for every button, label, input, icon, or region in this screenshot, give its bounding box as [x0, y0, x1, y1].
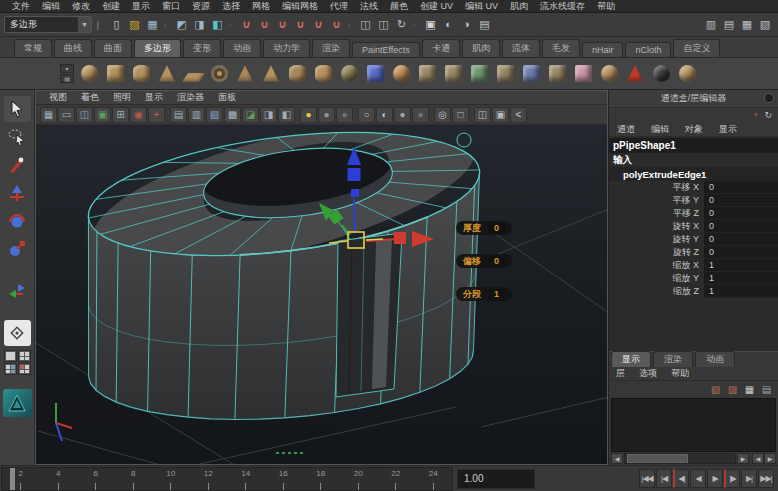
hud-offset[interactable]: 偏移 0	[456, 254, 512, 268]
menu-item[interactable]: 文件	[6, 0, 36, 13]
dark-sphere-icon[interactable]	[648, 61, 674, 87]
lasso-tool[interactable]	[4, 124, 31, 150]
go-to-end-button[interactable]: ▶▶|	[758, 469, 774, 488]
menu-item[interactable]: 网格	[246, 0, 276, 13]
camera-attributes-icon[interactable]: ▤	[170, 107, 187, 123]
select-component-icon[interactable]: ◧	[209, 16, 227, 34]
grease-pencil-icon[interactable]: ◪	[242, 107, 259, 123]
layer-editor-menu-item[interactable]: 选项	[632, 367, 664, 380]
safe-action-icon[interactable]: ◉	[130, 107, 147, 123]
poly-cone-icon[interactable]	[154, 61, 180, 87]
panel-menu-item[interactable]: 视图	[42, 91, 74, 104]
poly-prism-icon[interactable]	[232, 61, 258, 87]
use-all-lights-icon[interactable]: ●	[412, 107, 429, 123]
layout-custom-button[interactable]	[18, 363, 31, 375]
textured-icon[interactable]: ●	[394, 107, 411, 123]
hud-offset-value[interactable]: 0	[488, 256, 505, 266]
layer-editor-tab[interactable]: 显示	[611, 351, 651, 367]
snap-point-icon[interactable]: ∪	[274, 16, 292, 34]
poly-plane-icon[interactable]	[180, 61, 206, 87]
menu-item[interactable]: 流水线缓存	[534, 0, 591, 13]
manipulator-y-box-handle[interactable]	[348, 168, 361, 181]
scroll-down-icon[interactable]: ▶	[764, 453, 776, 464]
lighting-icon[interactable]: ●	[300, 107, 317, 123]
share-view-icon[interactable]: <	[510, 107, 527, 123]
snap-grid-icon[interactable]: ∪	[238, 16, 256, 34]
resolution-gate-icon[interactable]: ◫	[76, 107, 93, 123]
field-chart-icon[interactable]: ⊞	[112, 107, 129, 123]
channel-attribute-value[interactable]: 0	[704, 181, 778, 194]
hud-thickness-value[interactable]: 0	[488, 223, 505, 233]
menu-item[interactable]: 代理	[324, 0, 354, 13]
menu-item[interactable]: 帮助	[591, 0, 621, 13]
platonic-solid-icon[interactable]	[362, 61, 388, 87]
tool-settings-toggle-icon[interactable]: ▤	[720, 16, 738, 34]
shadows-icon[interactable]: ●	[318, 107, 335, 123]
panel-menu-item[interactable]: 面板	[211, 91, 243, 104]
channel-attribute-value[interactable]: 1	[704, 285, 778, 298]
crease-tool-icon[interactable]	[596, 61, 622, 87]
shelf-tab[interactable]: 多边形	[134, 39, 181, 57]
scroll-track[interactable]	[624, 453, 736, 464]
perspective-viewport[interactable]: 视图着色照明显示渲染器面板 ▦▭◫▣⊞◉+ ▤▥▧▩◪◨◧ ●●● ○◐●● ◎…	[35, 90, 608, 465]
poly-cube-icon[interactable]	[102, 61, 128, 87]
shelf-tab[interactable]: 毛发	[542, 39, 580, 57]
panel-menu-item[interactable]: 照明	[106, 91, 138, 104]
layer-editor-tab[interactable]: 渲染	[653, 351, 693, 367]
step-forward-key-button[interactable]: ▶|	[741, 469, 757, 488]
hud-divisions[interactable]: 分段 1	[456, 287, 512, 301]
layout-persp-outliner-button[interactable]	[4, 363, 17, 375]
shelf-tab[interactable]: 渲染	[312, 39, 350, 57]
channel-attribute-value[interactable]: 0	[704, 194, 778, 207]
go-to-start-button[interactable]: |◀◀	[639, 469, 655, 488]
screen-space-ao-icon[interactable]: ●	[336, 107, 353, 123]
recycle-icon[interactable]: ↻	[764, 110, 772, 120]
image-plane-icon[interactable]: ▧	[206, 107, 223, 123]
smooth-icon[interactable]	[570, 61, 596, 87]
scroll-right-icon[interactable]: ▶	[737, 453, 749, 464]
menu-item[interactable]: 创建	[96, 0, 126, 13]
modeling-toolkit-toggle-icon[interactable]: ▧	[756, 16, 774, 34]
hud-divisions-value[interactable]: 1	[488, 289, 505, 299]
step-back-key-button[interactable]: |◀	[656, 469, 672, 488]
menu-set-dropdown[interactable]: 多边形 ▼	[4, 16, 92, 33]
channel-attribute-value[interactable]: 1	[704, 272, 778, 285]
channel-attribute-value[interactable]: 0	[704, 246, 778, 259]
menu-item[interactable]: 修改	[66, 0, 96, 13]
render-current-frame-icon[interactable]: ◐	[440, 16, 458, 34]
combine-icon[interactable]	[414, 61, 440, 87]
shelf-tab[interactable]: 曲面	[94, 39, 132, 57]
panel-menu-item[interactable]: 着色	[74, 91, 106, 104]
menu-item[interactable]: 选择	[216, 0, 246, 13]
save-scene-icon[interactable]: ▦	[144, 16, 162, 34]
select-tool[interactable]	[4, 96, 31, 122]
xray-icon[interactable]: □	[452, 107, 469, 123]
input-connections-icon[interactable]: ◫	[357, 16, 375, 34]
attribute-editor-toggle-icon[interactable]: ▥	[702, 16, 720, 34]
ipr-render-icon[interactable]: ◑	[458, 16, 476, 34]
step-forward-frame-button[interactable]: |▶	[724, 469, 740, 488]
poly-torus-icon[interactable]	[206, 61, 232, 87]
menu-item[interactable]: 创建 UV	[414, 0, 459, 13]
new-render-layer-icon[interactable]: ▦	[742, 382, 757, 396]
menu-item[interactable]: 编辑网格	[276, 0, 324, 13]
shelf-tabs-toggle-icon[interactable]: ▾	[60, 64, 74, 73]
paint-select-tool[interactable]	[4, 152, 31, 178]
camera-view-icon[interactable]: ▣	[492, 107, 509, 123]
poly-pyramid-icon[interactable]	[258, 61, 284, 87]
layout-four-pane-button[interactable]	[18, 350, 31, 362]
red-cone-icon[interactable]	[622, 61, 648, 87]
channel-box-menu-item[interactable]: 显示	[711, 123, 745, 136]
layout-single-pane-button[interactable]	[4, 350, 17, 362]
isolate-select-icon[interactable]: ◎	[434, 107, 451, 123]
menu-item[interactable]: 显示	[126, 0, 156, 13]
sequence-time-icon[interactable]: ◫	[474, 107, 491, 123]
poly-sphere-icon[interactable]	[76, 61, 102, 87]
new-layer-from-selected-icon[interactable]: ▨	[725, 382, 740, 396]
layer-options-icon[interactable]: ▤	[759, 382, 774, 396]
scale-tool[interactable]	[4, 236, 31, 262]
shelf-tab[interactable]: 自定义	[673, 39, 720, 57]
chevron-down-icon[interactable]: ▼	[78, 17, 91, 32]
extrude-icon[interactable]	[466, 61, 492, 87]
wireframe-icon[interactable]: ○	[358, 107, 375, 123]
